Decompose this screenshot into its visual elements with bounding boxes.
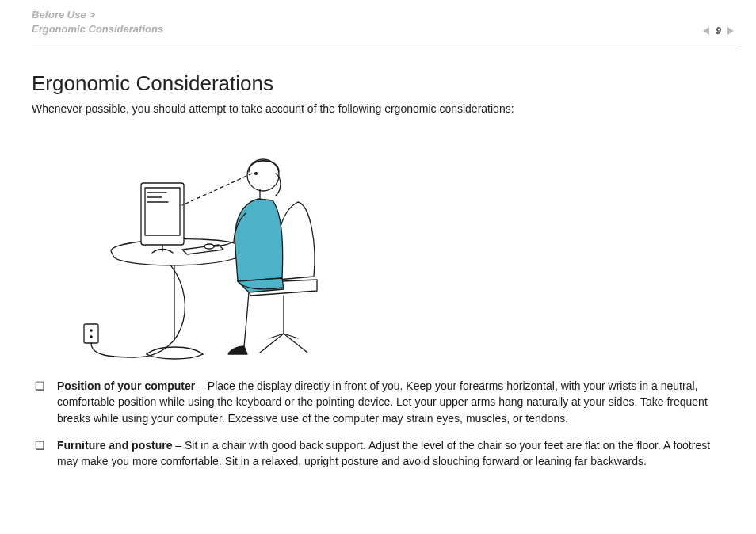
svg-rect-0 [84,324,98,343]
list-item: Furniture and posture – Sit in a chair w… [32,437,732,470]
bullet-label: Furniture and posture [57,439,172,452]
page-navigator: 9 [703,25,734,36]
next-page-icon[interactable] [727,27,734,35]
illustration-wrap [32,126,756,367]
svg-rect-4 [145,188,180,235]
breadcrumb: Before Use > Ergonomic Considerations [32,8,740,36]
svg-point-11 [204,244,214,249]
svg-point-9 [255,173,258,175]
svg-point-2 [90,336,92,338]
breadcrumb-top: Before Use > [32,8,740,22]
svg-line-10 [182,174,252,205]
page-title: Ergonomic Considerations [32,71,732,96]
prev-page-icon[interactable] [703,27,709,35]
page-content: Ergonomic Considerations Whenever possib… [32,71,732,480]
bullet-label: Position of your computer [57,380,195,392]
page-number: 9 [716,25,721,36]
page-header: Before Use > Ergonomic Considerations 9 [32,8,740,48]
document-page: Before Use > Ergonomic Considerations 9 … [0,0,756,534]
list-item: Position of your computer – Place the di… [32,378,732,426]
breadcrumb-sub: Ergonomic Considerations [32,22,740,36]
svg-point-1 [90,330,92,331]
bullet-list: Position of your computer – Place the di… [32,378,732,469]
ergonomic-posture-illustration [79,126,365,364]
intro-text: Whenever possible, you should attempt to… [32,102,732,115]
